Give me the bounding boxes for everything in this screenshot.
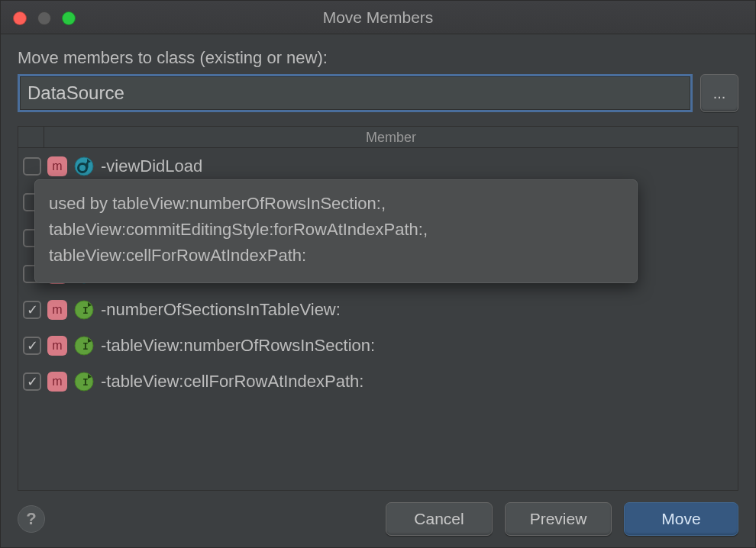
table-row[interactable]: mI-tableView:numberOfRowsInSection: bbox=[18, 327, 738, 363]
target-class-input[interactable] bbox=[18, 74, 693, 112]
dialog-footer: ? Cancel Preview Move bbox=[1, 491, 755, 547]
help-icon: ? bbox=[26, 509, 36, 529]
header-checkbox-col bbox=[18, 127, 44, 147]
implement-icon: I bbox=[73, 335, 95, 356]
member-checkbox[interactable] bbox=[23, 301, 41, 319]
override-icon bbox=[73, 156, 95, 177]
table-row[interactable]: mI-numberOfSectionsInTableView: bbox=[18, 292, 738, 327]
window-title: Move Members bbox=[323, 8, 434, 27]
member-checkbox[interactable] bbox=[23, 337, 41, 355]
preview-button[interactable]: Preview bbox=[505, 502, 612, 536]
implement-icon: I bbox=[73, 299, 95, 321]
member-checkbox[interactable] bbox=[23, 372, 41, 391]
help-button[interactable]: ? bbox=[18, 505, 45, 533]
dialog-window: Move Members Move members to class (exis… bbox=[0, 0, 756, 548]
titlebar: Move Members bbox=[1, 1, 755, 34]
implement-icon: I bbox=[73, 371, 95, 392]
method-badge-icon: m bbox=[47, 156, 67, 176]
svg-text:I: I bbox=[82, 340, 89, 352]
table-header: Member bbox=[18, 127, 738, 148]
table-row[interactable]: mI-tableView:cellForRowAtIndexPath: bbox=[18, 363, 738, 399]
move-button[interactable]: Move bbox=[624, 502, 738, 536]
method-badge-icon: m bbox=[47, 372, 67, 392]
table-row[interactable]: m-viewDidLoad bbox=[18, 148, 738, 184]
tooltip-line: used by tableView:numberOfRowsInSection:… bbox=[49, 191, 623, 217]
member-label: -numberOfSectionsInTableView: bbox=[101, 300, 341, 320]
traffic-lights bbox=[13, 11, 76, 25]
svg-text:I: I bbox=[82, 376, 89, 388]
close-icon[interactable] bbox=[13, 11, 27, 25]
minimize-icon[interactable] bbox=[37, 11, 51, 25]
usage-tooltip: used by tableView:numberOfRowsInSection:… bbox=[34, 179, 638, 283]
member-label: -tableView:numberOfRowsInSection: bbox=[101, 336, 375, 356]
target-class-label: Move members to class (existing or new): bbox=[18, 48, 738, 68]
ellipsis-icon: ... bbox=[713, 85, 726, 102]
header-member-col: Member bbox=[44, 127, 738, 147]
zoom-icon[interactable] bbox=[62, 11, 76, 25]
tooltip-line: tableView:commitEditingStyle:forRowAtInd… bbox=[49, 217, 623, 243]
cancel-button[interactable]: Cancel bbox=[386, 502, 493, 536]
input-row: ... bbox=[18, 74, 738, 112]
method-badge-icon: m bbox=[47, 336, 67, 356]
svg-text:I: I bbox=[82, 305, 89, 316]
method-badge-icon: m bbox=[47, 300, 67, 320]
member-label: -tableView:cellForRowAtIndexPath: bbox=[101, 372, 363, 392]
browse-button[interactable]: ... bbox=[700, 74, 738, 112]
member-label: -viewDidLoad bbox=[101, 156, 202, 176]
tooltip-line: tableView:cellForRowAtIndexPath: bbox=[49, 243, 623, 269]
dialog-content: Move members to class (existing or new):… bbox=[1, 34, 755, 491]
member-checkbox[interactable] bbox=[23, 157, 41, 176]
